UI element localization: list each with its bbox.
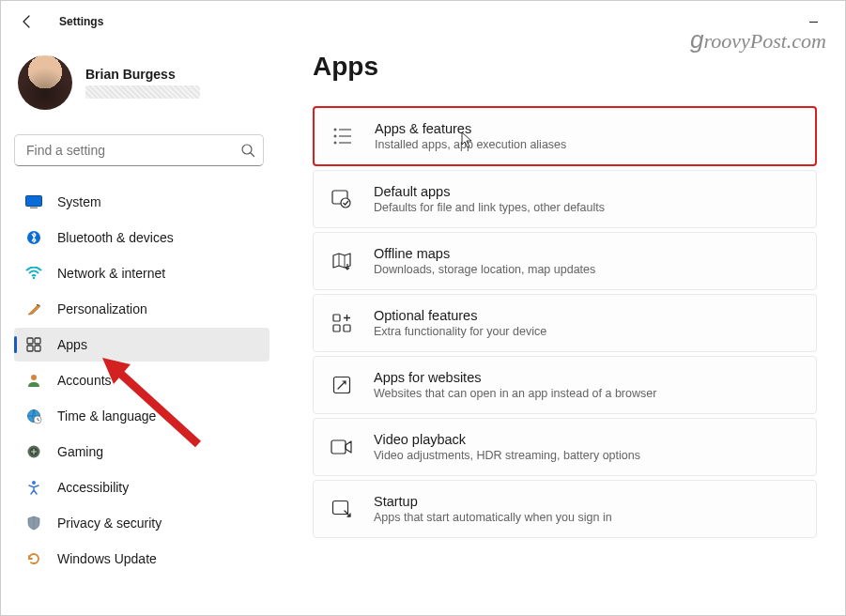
update-icon bbox=[25, 550, 42, 567]
card-title: Apps & features bbox=[375, 121, 798, 136]
svg-point-0 bbox=[242, 145, 252, 154]
accessibility-icon bbox=[25, 479, 42, 496]
grid-plus-icon bbox=[331, 312, 353, 334]
svg-point-15 bbox=[334, 129, 336, 131]
search-box[interactable] bbox=[14, 134, 264, 166]
svg-point-19 bbox=[341, 198, 350, 208]
svg-rect-6 bbox=[35, 338, 40, 344]
svg-rect-5 bbox=[27, 338, 33, 344]
card-subtitle: Downloads, storage location, map updates bbox=[374, 263, 799, 276]
card-subtitle: Extra functionality for your device bbox=[374, 325, 799, 338]
svg-rect-8 bbox=[35, 346, 40, 351]
list-icon bbox=[331, 125, 354, 147]
sidebar-item-personalization[interactable]: Personalization bbox=[14, 292, 269, 326]
main-content: Apps Apps & features Installed apps, app… bbox=[279, 42, 845, 615]
card-subtitle: Websites that can open in an app instead… bbox=[374, 387, 799, 400]
sidebar-item-label: Privacy & security bbox=[57, 516, 162, 531]
page-title: Apps bbox=[313, 52, 817, 82]
svg-rect-21 bbox=[333, 325, 340, 331]
map-icon bbox=[331, 250, 353, 272]
card-title: Video playback bbox=[374, 432, 799, 447]
card-title: Default apps bbox=[374, 184, 799, 199]
wifi-icon bbox=[25, 265, 42, 282]
card-optional-features[interactable]: Optional features Extra functionality fo… bbox=[313, 294, 817, 352]
cursor-icon bbox=[461, 131, 474, 148]
svg-rect-2 bbox=[30, 208, 38, 209]
card-subtitle: Installed apps, app execution aliases bbox=[375, 138, 798, 151]
sidebar-item-label: Gaming bbox=[57, 444, 103, 459]
sidebar-item-privacy[interactable]: Privacy & security bbox=[14, 506, 269, 540]
avatar bbox=[18, 55, 72, 110]
card-title: Startup bbox=[374, 494, 799, 509]
sidebar-item-time-language[interactable]: Time & language bbox=[14, 399, 269, 433]
svg-rect-24 bbox=[331, 440, 346, 454]
svg-point-4 bbox=[33, 277, 35, 279]
sidebar-item-network[interactable]: Network & internet bbox=[14, 256, 269, 290]
back-button[interactable] bbox=[12, 7, 42, 37]
apps-grid-icon bbox=[25, 336, 42, 353]
startup-icon bbox=[331, 498, 353, 520]
sidebar-item-label: Personalization bbox=[57, 301, 147, 316]
svg-rect-1 bbox=[26, 196, 42, 207]
sidebar-item-apps[interactable]: Apps bbox=[14, 328, 269, 362]
card-title: Optional features bbox=[374, 308, 799, 323]
window-title: Settings bbox=[59, 15, 103, 28]
arrow-left-icon bbox=[20, 14, 35, 29]
display-icon bbox=[25, 193, 42, 210]
card-subtitle: Defaults for file and link types, other … bbox=[374, 201, 799, 214]
nav-list: System Bluetooth & devices Network & int… bbox=[14, 185, 269, 576]
svg-point-17 bbox=[334, 142, 336, 144]
card-title: Offline maps bbox=[374, 246, 799, 261]
card-startup[interactable]: Startup Apps that start automatically wh… bbox=[313, 480, 817, 538]
sidebar-item-label: Time & language bbox=[57, 408, 156, 424]
app-link-icon bbox=[331, 374, 353, 396]
sidebar-item-label: Accounts bbox=[57, 373, 112, 388]
card-default-apps[interactable]: Default apps Defaults for file and link … bbox=[313, 170, 817, 228]
svg-point-9 bbox=[31, 375, 37, 380]
card-apps-features[interactable]: Apps & features Installed apps, app exec… bbox=[313, 106, 817, 166]
profile-email-redacted bbox=[85, 85, 200, 99]
card-apps-for-websites[interactable]: Apps for websites Websites that can open… bbox=[313, 356, 817, 414]
sidebar-item-bluetooth[interactable]: Bluetooth & devices bbox=[14, 221, 269, 254]
svg-point-16 bbox=[334, 135, 336, 137]
card-subtitle: Video adjustments, HDR streaming, batter… bbox=[374, 449, 799, 462]
paintbrush-icon bbox=[25, 300, 42, 317]
card-subtitle: Apps that start automatically when you s… bbox=[374, 511, 799, 524]
sidebar-item-accessibility[interactable]: Accessibility bbox=[14, 470, 269, 504]
svg-point-14 bbox=[32, 481, 36, 485]
sidebar-item-system[interactable]: System bbox=[14, 185, 269, 219]
svg-rect-22 bbox=[344, 325, 350, 331]
person-icon bbox=[25, 372, 42, 389]
sidebar-item-label: System bbox=[57, 194, 101, 209]
card-title: Apps for websites bbox=[374, 370, 799, 385]
sidebar-item-label: Accessibility bbox=[57, 480, 129, 495]
sidebar-item-gaming[interactable]: Gaming bbox=[14, 435, 269, 469]
sidebar-item-label: Windows Update bbox=[57, 551, 157, 566]
bluetooth-icon bbox=[25, 229, 42, 246]
cards-list: Apps & features Installed apps, app exec… bbox=[313, 106, 817, 538]
default-apps-icon bbox=[331, 188, 353, 210]
gaming-icon bbox=[25, 443, 42, 460]
svg-rect-20 bbox=[333, 315, 340, 321]
globe-clock-icon bbox=[25, 408, 42, 424]
sidebar: Brian Burgess System Bluetooth & devices… bbox=[1, 42, 279, 615]
profile-block[interactable]: Brian Burgess bbox=[14, 50, 269, 123]
card-offline-maps[interactable]: Offline maps Downloads, storage location… bbox=[313, 232, 817, 290]
profile-name: Brian Burgess bbox=[85, 67, 200, 82]
sidebar-item-label: Apps bbox=[57, 337, 87, 352]
card-video-playback[interactable]: Video playback Video adjustments, HDR st… bbox=[313, 418, 817, 476]
svg-rect-7 bbox=[27, 346, 33, 351]
sidebar-item-label: Bluetooth & devices bbox=[57, 230, 174, 245]
shield-icon bbox=[25, 515, 42, 531]
search-input[interactable] bbox=[26, 143, 240, 158]
sidebar-item-label: Network & internet bbox=[57, 266, 165, 281]
sidebar-item-accounts[interactable]: Accounts bbox=[14, 363, 269, 397]
search-icon bbox=[240, 143, 255, 158]
video-icon bbox=[331, 436, 353, 458]
sidebar-item-windows-update[interactable]: Windows Update bbox=[14, 542, 269, 576]
watermark: ggroovyPost.comroovyPost.com bbox=[690, 25, 826, 54]
